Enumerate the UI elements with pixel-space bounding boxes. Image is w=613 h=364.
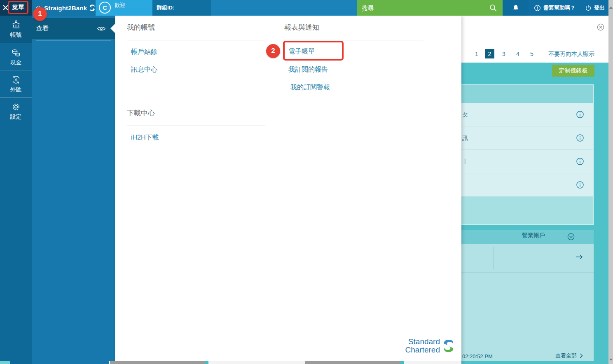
page-number-4[interactable]: 4 — [515, 49, 521, 58]
search-bar[interactable] — [357, 0, 503, 16]
widget-footer-band — [461, 196, 593, 224]
widget-body — [461, 244, 594, 273]
menu-item-message-center[interactable]: 訊息中心 — [131, 65, 157, 74]
rail-item-label: 現金 — [10, 59, 22, 66]
menu-item-estatement[interactable]: 電子帳單 — [288, 47, 315, 56]
close-icon[interactable] — [597, 23, 604, 31]
user-segment[interactable]: C 歡迎 — [96, 0, 152, 16]
info-icon[interactable] — [576, 181, 584, 189]
logo-text-line1: Standard — [405, 338, 440, 346]
rail-item-settings[interactable]: 設定 — [0, 97, 32, 124]
rail-item-accounts[interactable]: 帳號 — [0, 16, 32, 43]
svg-text:$: $ — [15, 77, 17, 82]
view-all-link[interactable]: 查看全部 — [555, 352, 583, 359]
menu-item-subscription-alerts[interactable]: 我的訂閱警報 — [290, 83, 330, 92]
menu-item-subscribed-reports[interactable]: 我訂閱的報告 — [288, 65, 328, 74]
help-button[interactable]: 需要幫助嗎？ — [529, 0, 581, 16]
trustmark-icon — [89, 3, 96, 13]
group-id-label: 群組ID: — [152, 0, 211, 16]
scroll-up-arrow[interactable] — [609, 7, 613, 9]
customize-dashboard-button[interactable]: 定制儀錶板 — [552, 65, 594, 77]
exclamation-circle-icon — [534, 5, 541, 12]
step-badge-1: 1 — [33, 7, 47, 21]
section-title-my-accounts: 我的帳號 — [127, 23, 155, 32]
coins-icon — [11, 47, 21, 58]
menu-item-account-balance[interactable]: 帳戶結餘 — [131, 48, 157, 56]
rail-item-label: 外匯 — [10, 86, 22, 93]
section-title-download-center: 下載中心 — [127, 108, 155, 118]
app-window: 1 2 3 4 5 不要再向本人顯示 定制儀錶板 攵 訊 — [0, 0, 613, 364]
panel-arrow-notch — [110, 24, 115, 33]
eye-icon — [97, 26, 106, 32]
horizontal-scrollbar-strip — [0, 361, 608, 364]
bank-icon — [11, 20, 21, 30]
row-label-fragment: 丨 — [462, 158, 468, 166]
scroll-down-arrow[interactable] — [609, 359, 613, 361]
view-panel-title: 查看 — [36, 25, 97, 33]
arrow-right-icon[interactable] — [575, 253, 584, 261]
last-updated-timestamp: 02:20:52 PM — [462, 353, 493, 359]
page-number-1[interactable]: 1 — [474, 49, 480, 58]
divider — [36, 40, 111, 41]
horizontal-scrollbar-thumb[interactable] — [110, 361, 205, 364]
chevron-down-circle-icon[interactable] — [567, 233, 575, 241]
avatar[interactable]: C — [99, 2, 111, 14]
view-all-label: 查看全部 — [555, 352, 577, 359]
dashboard-widget-summary: 攵 訊 丨 — [461, 84, 594, 225]
divider — [127, 40, 265, 40]
vertical-scrollbar[interactable] — [608, 0, 613, 364]
page-number-2-active[interactable]: 2 — [485, 49, 494, 58]
rail-item-label: 設定 — [10, 113, 22, 121]
step-badge-2: 2 — [266, 44, 280, 58]
view-panel-header[interactable]: 查看 — [32, 18, 115, 39]
widget-row[interactable]: 訊 — [461, 126, 593, 150]
rail-item-fx[interactable]: $ 外匯 — [0, 70, 32, 97]
info-icon[interactable] — [576, 157, 584, 166]
trustmark-icon — [442, 338, 455, 353]
scrollbar-cap — [205, 361, 208, 364]
view-panel: 查看 — [32, 16, 115, 364]
help-label: 需要幫助嗎？ — [543, 4, 576, 12]
chevron-right-icon — [580, 353, 583, 358]
standard-chartered-logo: Standard Chartered — [405, 338, 455, 354]
menu-button[interactable]: 菜單 — [8, 1, 28, 14]
page-number-5[interactable]: 5 — [529, 49, 535, 58]
notifications-button[interactable] — [503, 0, 529, 16]
info-icon[interactable] — [576, 134, 584, 142]
account-type-dropdown[interactable]: 營業帳戶 — [507, 232, 560, 242]
divider — [127, 126, 265, 126]
widget-header-band — [461, 85, 593, 103]
logo-text-line2: Chartered — [405, 346, 440, 354]
row-label-fragment: 攵 — [462, 111, 468, 119]
divider — [494, 247, 494, 269]
logout-button[interactable]: 登出 — [581, 0, 608, 16]
gear-icon — [11, 102, 21, 112]
menu-item-ih2h-download[interactable]: iH2H下載 — [131, 133, 159, 142]
rail-item-label: 帳號 — [10, 31, 22, 39]
scroll-corner — [0, 361, 10, 364]
search-icon[interactable] — [489, 4, 497, 12]
brand-name: Straight2Bank — [44, 5, 87, 12]
dashboard-background: 1 2 3 4 5 不要再向本人顯示 定制儀錶板 攵 訊 — [461, 16, 608, 364]
dismiss-link[interactable]: 不要再向本人顯示 — [548, 49, 594, 58]
fx-icon: $ — [11, 75, 21, 85]
horizontal-scrollbar-thumb[interactable] — [305, 361, 400, 364]
bell-icon — [512, 4, 520, 12]
info-icon[interactable] — [576, 110, 584, 119]
top-bar-spacer — [211, 0, 357, 16]
welcome-label: 歡迎 — [115, 2, 125, 9]
mega-menu-panel: 我的帳號 帳戶結餘 訊息中心 下載中心 iH2H下載 報表與通知 電子帳單 我訂… — [115, 16, 461, 364]
top-bar: 菜單 Straight2Bank C 歡迎 群組ID: — [0, 0, 608, 16]
row-label-fragment: 訊 — [462, 135, 468, 142]
widget-row[interactable]: 丨 — [461, 150, 593, 173]
widget-row[interactable]: 攵 — [461, 103, 593, 126]
logout-label: 登出 — [594, 4, 605, 12]
search-input[interactable] — [361, 0, 484, 16]
page-number-3[interactable]: 3 — [501, 49, 507, 58]
section-title-reports-notifications: 報表與通知 — [284, 23, 319, 32]
dashboard-widget-accounts: 營業帳戶 02:20:52 PM — [461, 230, 594, 361]
left-navigation-rail: 帳號 現金 $ 外匯 設定 — [0, 16, 32, 364]
widget-row[interactable] — [461, 173, 593, 197]
rail-item-cash[interactable]: 現金 — [0, 43, 32, 70]
menu-segment: 菜單 — [0, 0, 32, 16]
